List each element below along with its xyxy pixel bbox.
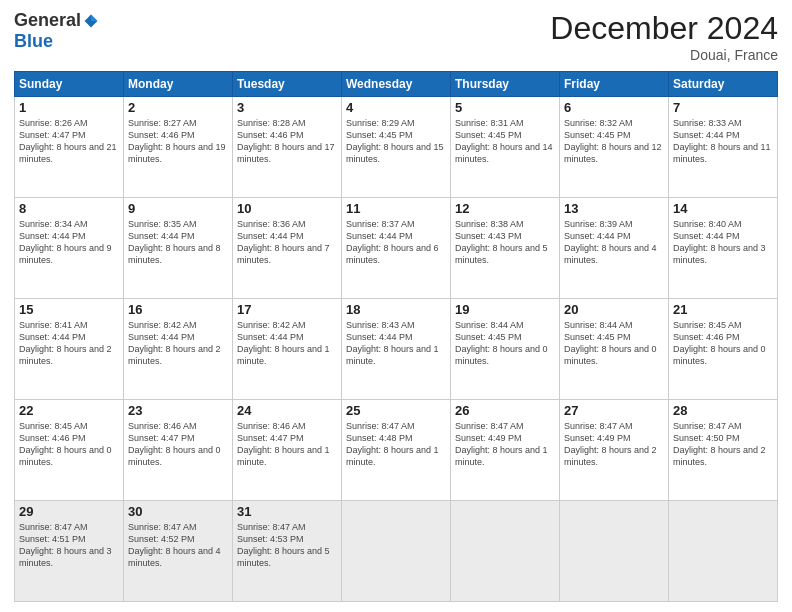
cell-info: Sunrise: 8:28 AMSunset: 4:46 PMDaylight:… xyxy=(237,118,335,164)
col-wednesday: Wednesday xyxy=(342,72,451,97)
calendar-cell: 14 Sunrise: 8:40 AMSunset: 4:44 PMDaylig… xyxy=(669,198,778,299)
calendar-cell: 16 Sunrise: 8:42 AMSunset: 4:44 PMDaylig… xyxy=(124,299,233,400)
calendar-cell: 18 Sunrise: 8:43 AMSunset: 4:44 PMDaylig… xyxy=(342,299,451,400)
cell-info: Sunrise: 8:34 AMSunset: 4:44 PMDaylight:… xyxy=(19,219,112,265)
day-number: 22 xyxy=(19,403,119,418)
cell-info: Sunrise: 8:33 AMSunset: 4:44 PMDaylight:… xyxy=(673,118,771,164)
day-number: 7 xyxy=(673,100,773,115)
logo-icon xyxy=(83,13,99,29)
cell-info: Sunrise: 8:47 AMSunset: 4:53 PMDaylight:… xyxy=(237,522,330,568)
day-number: 24 xyxy=(237,403,337,418)
day-number: 3 xyxy=(237,100,337,115)
day-number: 26 xyxy=(455,403,555,418)
main-container: General Blue December 2024 Douai, France… xyxy=(0,0,792,612)
calendar-row-2: 8 Sunrise: 8:34 AMSunset: 4:44 PMDayligh… xyxy=(15,198,778,299)
calendar-cell: 8 Sunrise: 8:34 AMSunset: 4:44 PMDayligh… xyxy=(15,198,124,299)
calendar-cell: 26 Sunrise: 8:47 AMSunset: 4:49 PMDaylig… xyxy=(451,400,560,501)
calendar-cell: 15 Sunrise: 8:41 AMSunset: 4:44 PMDaylig… xyxy=(15,299,124,400)
calendar-row-5: 29 Sunrise: 8:47 AMSunset: 4:51 PMDaylig… xyxy=(15,501,778,602)
calendar-cell: 10 Sunrise: 8:36 AMSunset: 4:44 PMDaylig… xyxy=(233,198,342,299)
cell-info: Sunrise: 8:47 AMSunset: 4:51 PMDaylight:… xyxy=(19,522,112,568)
day-number: 5 xyxy=(455,100,555,115)
day-number: 30 xyxy=(128,504,228,519)
calendar-cell xyxy=(451,501,560,602)
cell-info: Sunrise: 8:38 AMSunset: 4:43 PMDaylight:… xyxy=(455,219,548,265)
calendar-cell: 19 Sunrise: 8:44 AMSunset: 4:45 PMDaylig… xyxy=(451,299,560,400)
day-number: 20 xyxy=(564,302,664,317)
location: Douai, France xyxy=(550,47,778,63)
calendar-cell: 27 Sunrise: 8:47 AMSunset: 4:49 PMDaylig… xyxy=(560,400,669,501)
day-number: 13 xyxy=(564,201,664,216)
calendar-cell: 20 Sunrise: 8:44 AMSunset: 4:45 PMDaylig… xyxy=(560,299,669,400)
calendar-cell: 3 Sunrise: 8:28 AMSunset: 4:46 PMDayligh… xyxy=(233,97,342,198)
calendar-cell: 12 Sunrise: 8:38 AMSunset: 4:43 PMDaylig… xyxy=(451,198,560,299)
calendar-cell: 21 Sunrise: 8:45 AMSunset: 4:46 PMDaylig… xyxy=(669,299,778,400)
cell-info: Sunrise: 8:42 AMSunset: 4:44 PMDaylight:… xyxy=(128,320,221,366)
calendar-cell: 4 Sunrise: 8:29 AMSunset: 4:45 PMDayligh… xyxy=(342,97,451,198)
cell-info: Sunrise: 8:29 AMSunset: 4:45 PMDaylight:… xyxy=(346,118,444,164)
day-number: 6 xyxy=(564,100,664,115)
cell-info: Sunrise: 8:31 AMSunset: 4:45 PMDaylight:… xyxy=(455,118,553,164)
day-number: 29 xyxy=(19,504,119,519)
cell-info: Sunrise: 8:46 AMSunset: 4:47 PMDaylight:… xyxy=(237,421,330,467)
cell-info: Sunrise: 8:45 AMSunset: 4:46 PMDaylight:… xyxy=(19,421,112,467)
col-sunday: Sunday xyxy=(15,72,124,97)
day-number: 17 xyxy=(237,302,337,317)
calendar-cell xyxy=(342,501,451,602)
calendar-cell: 5 Sunrise: 8:31 AMSunset: 4:45 PMDayligh… xyxy=(451,97,560,198)
day-number: 4 xyxy=(346,100,446,115)
calendar-cell: 30 Sunrise: 8:47 AMSunset: 4:52 PMDaylig… xyxy=(124,501,233,602)
day-number: 14 xyxy=(673,201,773,216)
cell-info: Sunrise: 8:47 AMSunset: 4:49 PMDaylight:… xyxy=(564,421,657,467)
cell-info: Sunrise: 8:32 AMSunset: 4:45 PMDaylight:… xyxy=(564,118,662,164)
cell-info: Sunrise: 8:44 AMSunset: 4:45 PMDaylight:… xyxy=(455,320,548,366)
day-number: 19 xyxy=(455,302,555,317)
day-number: 9 xyxy=(128,201,228,216)
day-number: 25 xyxy=(346,403,446,418)
calendar-cell xyxy=(669,501,778,602)
day-number: 1 xyxy=(19,100,119,115)
cell-info: Sunrise: 8:41 AMSunset: 4:44 PMDaylight:… xyxy=(19,320,112,366)
day-number: 11 xyxy=(346,201,446,216)
calendar-cell: 25 Sunrise: 8:47 AMSunset: 4:48 PMDaylig… xyxy=(342,400,451,501)
day-number: 27 xyxy=(564,403,664,418)
calendar-cell: 13 Sunrise: 8:39 AMSunset: 4:44 PMDaylig… xyxy=(560,198,669,299)
cell-info: Sunrise: 8:39 AMSunset: 4:44 PMDaylight:… xyxy=(564,219,657,265)
month-title: December 2024 xyxy=(550,10,778,47)
cell-info: Sunrise: 8:47 AMSunset: 4:50 PMDaylight:… xyxy=(673,421,766,467)
day-number: 28 xyxy=(673,403,773,418)
col-monday: Monday xyxy=(124,72,233,97)
cell-info: Sunrise: 8:46 AMSunset: 4:47 PMDaylight:… xyxy=(128,421,221,467)
calendar-row-4: 22 Sunrise: 8:45 AMSunset: 4:46 PMDaylig… xyxy=(15,400,778,501)
calendar-cell: 31 Sunrise: 8:47 AMSunset: 4:53 PMDaylig… xyxy=(233,501,342,602)
col-friday: Friday xyxy=(560,72,669,97)
calendar-cell: 6 Sunrise: 8:32 AMSunset: 4:45 PMDayligh… xyxy=(560,97,669,198)
day-number: 23 xyxy=(128,403,228,418)
day-number: 15 xyxy=(19,302,119,317)
calendar-header-row: Sunday Monday Tuesday Wednesday Thursday… xyxy=(15,72,778,97)
calendar-cell: 23 Sunrise: 8:46 AMSunset: 4:47 PMDaylig… xyxy=(124,400,233,501)
logo: General Blue xyxy=(14,10,99,52)
logo-blue-text: Blue xyxy=(14,31,53,52)
cell-info: Sunrise: 8:43 AMSunset: 4:44 PMDaylight:… xyxy=(346,320,439,366)
header: General Blue December 2024 Douai, France xyxy=(14,10,778,63)
cell-info: Sunrise: 8:47 AMSunset: 4:49 PMDaylight:… xyxy=(455,421,548,467)
cell-info: Sunrise: 8:44 AMSunset: 4:45 PMDaylight:… xyxy=(564,320,657,366)
cell-info: Sunrise: 8:47 AMSunset: 4:48 PMDaylight:… xyxy=(346,421,439,467)
calendar-cell: 7 Sunrise: 8:33 AMSunset: 4:44 PMDayligh… xyxy=(669,97,778,198)
cell-info: Sunrise: 8:40 AMSunset: 4:44 PMDaylight:… xyxy=(673,219,766,265)
col-thursday: Thursday xyxy=(451,72,560,97)
cell-info: Sunrise: 8:37 AMSunset: 4:44 PMDaylight:… xyxy=(346,219,439,265)
calendar-cell xyxy=(560,501,669,602)
calendar-cell: 11 Sunrise: 8:37 AMSunset: 4:44 PMDaylig… xyxy=(342,198,451,299)
day-number: 8 xyxy=(19,201,119,216)
calendar-cell: 22 Sunrise: 8:45 AMSunset: 4:46 PMDaylig… xyxy=(15,400,124,501)
day-number: 16 xyxy=(128,302,228,317)
calendar-row-3: 15 Sunrise: 8:41 AMSunset: 4:44 PMDaylig… xyxy=(15,299,778,400)
calendar-cell: 29 Sunrise: 8:47 AMSunset: 4:51 PMDaylig… xyxy=(15,501,124,602)
col-tuesday: Tuesday xyxy=(233,72,342,97)
cell-info: Sunrise: 8:35 AMSunset: 4:44 PMDaylight:… xyxy=(128,219,221,265)
day-number: 31 xyxy=(237,504,337,519)
logo-general: General xyxy=(14,10,81,31)
title-area: December 2024 Douai, France xyxy=(550,10,778,63)
